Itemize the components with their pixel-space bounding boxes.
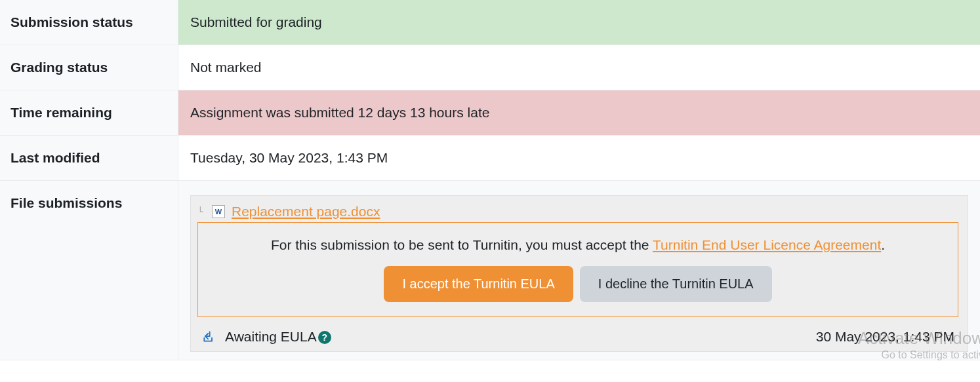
value-grading-status: Not marked (178, 45, 980, 90)
eula-message: For this submission to be sent to Turnit… (214, 237, 942, 253)
file-entry: └ W Replacement page.docx (197, 204, 958, 220)
value-last-modified: Tuesday, 30 May 2023, 1:43 PM (178, 136, 980, 180)
help-icon[interactable]: ? (318, 331, 331, 344)
label-file-submissions: File submissions (0, 181, 178, 360)
row-last-modified: Last modified Tuesday, 30 May 2023, 1:43… (0, 136, 980, 181)
file-link[interactable]: Replacement page.docx (232, 204, 380, 220)
label-time-remaining: Time remaining (0, 90, 178, 135)
eula-text-suffix: . (881, 237, 885, 252)
turnitin-icon (201, 330, 216, 344)
row-time-remaining: Time remaining Assignment was submitted … (0, 90, 980, 136)
eula-button-row: I accept the Turnitin EULA I decline the… (214, 266, 942, 302)
awaiting-eula-text: Awaiting EULA (225, 329, 317, 344)
file-submission-container: └ W Replacement page.docx For this submi… (190, 195, 968, 352)
decline-eula-button[interactable]: I decline the Turnitin EULA (580, 266, 772, 302)
row-file-submissions: File submissions └ W Replacement page.do… (0, 181, 980, 360)
eula-link[interactable]: Turnitin End User Licence Agreement (653, 237, 881, 252)
label-submission-status: Submission status (0, 0, 178, 45)
value-file-submissions: └ W Replacement page.docx For this submi… (178, 181, 980, 360)
turnitin-status-line: Awaiting EULA? 30 May 2023, 1:43 PM (197, 325, 958, 345)
submission-date: 30 May 2023, 1:43 PM (816, 329, 954, 345)
row-grading-status: Grading status Not marked (0, 45, 980, 90)
row-submission-status: Submission status Submitted for grading (0, 0, 980, 45)
accept-eula-button[interactable]: I accept the Turnitin EULA (384, 266, 573, 302)
label-grading-status: Grading status (0, 45, 178, 90)
eula-text-prefix: For this submission to be sent to Turnit… (271, 237, 653, 252)
submission-status-table: Submission status Submitted for grading … (0, 0, 980, 360)
awaiting-eula-wrapper: Awaiting EULA? (225, 329, 331, 345)
turnitin-status-left: Awaiting EULA? (201, 329, 331, 345)
label-last-modified: Last modified (0, 136, 178, 180)
value-time-remaining: Assignment was submitted 12 days 13 hour… (178, 90, 980, 135)
turnitin-eula-box: For this submission to be sent to Turnit… (197, 222, 958, 317)
word-document-icon: W (212, 205, 225, 218)
value-submission-status: Submitted for grading (178, 0, 980, 45)
tree-connector-icon: └ (197, 206, 205, 217)
